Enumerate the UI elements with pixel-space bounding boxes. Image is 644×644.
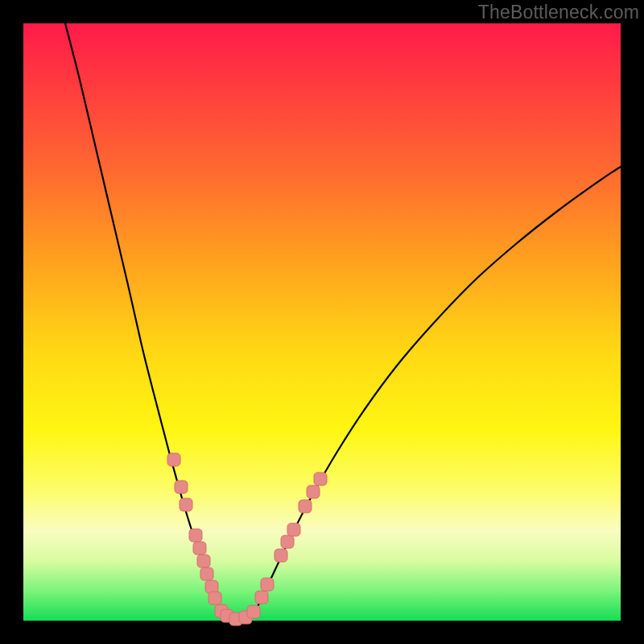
- data-marker: [299, 500, 312, 513]
- chart-svg: [23, 23, 621, 621]
- data-marker: [175, 481, 188, 493]
- data-marker: [189, 529, 202, 542]
- data-marker: [200, 568, 213, 580]
- data-markers: [167, 453, 327, 625]
- data-marker: [281, 535, 294, 548]
- data-marker: [287, 523, 300, 536]
- watermark-text: TheBottleneck.com: [478, 2, 639, 23]
- data-marker: [167, 453, 180, 466]
- bottleneck-curve: [65, 23, 621, 620]
- data-marker: [247, 605, 260, 618]
- data-marker: [193, 542, 206, 555]
- data-marker: [307, 485, 320, 498]
- data-marker: [314, 473, 327, 485]
- data-marker: [180, 498, 192, 511]
- data-marker: [197, 555, 210, 568]
- chart-frame: [23, 23, 621, 621]
- data-marker: [275, 549, 287, 562]
- data-marker: [261, 578, 274, 591]
- data-marker: [255, 591, 268, 604]
- data-marker: [208, 592, 221, 605]
